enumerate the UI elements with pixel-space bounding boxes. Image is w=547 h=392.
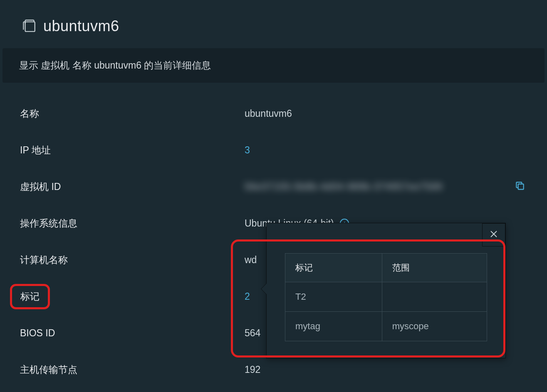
label-hostname: 计算机名称 [20,254,245,266]
label-tags: 标记 [20,291,40,302]
close-icon [490,230,498,240]
popover-close-button[interactable] [482,223,505,247]
row-name: 名称 ubuntuvm6 [20,95,527,132]
copy-icon[interactable] [515,180,525,193]
value-tags[interactable]: 2 [245,291,250,302]
page-header: ubuntuvm6 [0,0,547,45]
row-ip: IP 地址 3 [20,132,527,168]
label-biosid: BIOS ID [20,328,245,339]
value-transport: 192 [245,364,260,375]
vm-icon [21,17,37,35]
row-vmid: 虚拟机 ID 56e37155-5b8b-4d04-989b-374957ee7… [20,168,527,205]
tags-table: 标记 范围 T2 mytag myscope [285,253,487,341]
value-name: ubuntuvm6 [245,108,292,119]
label-name: 名称 [20,107,245,120]
page-title: ubuntuvm6 [43,17,119,35]
svg-rect-0 [25,22,35,32]
value-ip[interactable]: 3 [245,145,250,156]
table-row: T2 [285,282,487,312]
value-vmid: 56e37155-5b8b-4d04-989b-374957ee7589 [245,181,443,192]
label-vmid: 虚拟机 ID [20,180,245,193]
label-os: 操作系统信息 [20,217,245,230]
scope-cell [382,282,487,312]
popover-caret [261,283,267,295]
tags-table-header-tag: 标记 [285,254,382,282]
label-transport: 主机传输节点 [20,363,245,376]
table-row: mytag myscope [285,312,487,341]
tags-popover: 标记 范围 T2 mytag myscope [266,223,506,358]
tags-table-header-scope: 范围 [382,254,487,282]
tags-label-highlight: 标记 [10,284,50,309]
description-text: 显示 虚拟机 名称 ubuntuvm6 的当前详细信息 [19,60,211,71]
popover-body: 标记 范围 T2 mytag myscope [267,223,505,358]
value-hostname: wd [245,254,257,266]
label-ip: IP 地址 [20,144,245,157]
description-bar: 显示 虚拟机 名称 ubuntuvm6 的当前详细信息 [2,48,545,83]
tag-cell: mytag [285,312,382,341]
scope-cell: myscope [382,312,487,341]
svg-rect-1 [518,184,524,190]
value-biosid: 564 [245,328,260,339]
tag-cell: T2 [285,282,382,312]
